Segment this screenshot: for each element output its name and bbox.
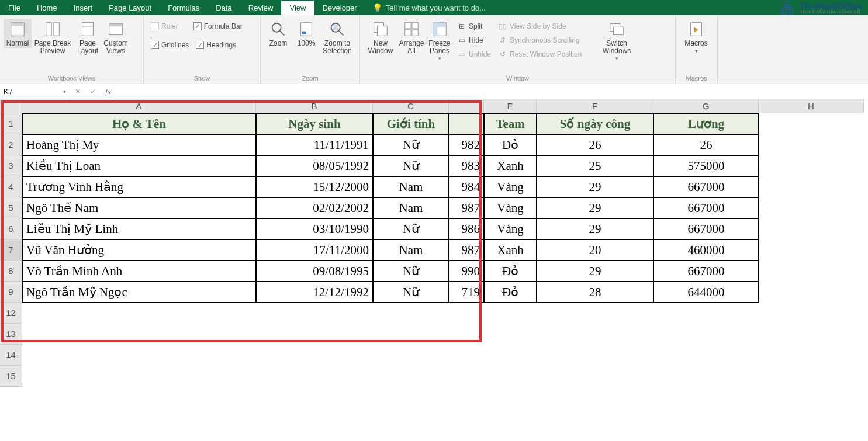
row-header-12[interactable]: 12 xyxy=(0,303,22,324)
cell[interactable]: Vàng xyxy=(484,218,537,239)
cell[interactable]: 987 xyxy=(449,197,484,218)
tab-review[interactable]: Review xyxy=(240,0,282,15)
column-header-G[interactable]: G xyxy=(653,99,759,113)
cell[interactable]: Vàng xyxy=(484,197,537,218)
cell[interactable]: Đỏ xyxy=(484,134,537,155)
formula-bar-checkbox[interactable]: ✓Formula Bar xyxy=(190,21,246,32)
cell[interactable]: 986 xyxy=(449,218,484,239)
tab-insert[interactable]: Insert xyxy=(65,0,101,15)
cell[interactable]: 983 xyxy=(449,155,484,176)
row-header-5[interactable]: 5 xyxy=(0,197,22,218)
cell[interactable]: 28 xyxy=(537,282,653,303)
cell[interactable]: Kiều Thị Loan xyxy=(22,155,256,176)
switch-windows-button[interactable]: Switch Windows ▾ xyxy=(600,19,634,62)
row-header-13[interactable]: 13 xyxy=(0,324,22,345)
cell[interactable]: Vàng xyxy=(484,176,537,197)
select-all-corner[interactable] xyxy=(0,99,22,113)
tab-file[interactable]: File xyxy=(0,0,29,15)
cell[interactable] xyxy=(449,113,484,134)
cell[interactable]: 984 xyxy=(449,176,484,197)
tab-page-layout[interactable]: Page Layout xyxy=(101,0,160,15)
hide-button[interactable]: ▭Hide xyxy=(454,35,494,46)
row-header-1[interactable]: 1 xyxy=(0,113,22,134)
cell[interactable]: 17/11/2000 xyxy=(256,239,373,261)
row-header-7[interactable]: 7 xyxy=(0,239,22,261)
cell[interactable]: Liễu Thị Mỹ Linh xyxy=(22,218,256,239)
zoom-to-selection-button[interactable]: Zoom to Selection xyxy=(320,19,354,56)
cell[interactable]: 25 xyxy=(537,155,653,176)
cell[interactable]: 09/08/1995 xyxy=(256,261,373,282)
cell[interactable]: 02/02/2002 xyxy=(256,197,373,218)
cell[interactable]: Nữ xyxy=(373,261,449,282)
tell-me[interactable]: 💡 Tell me what you want to do... xyxy=(365,0,493,15)
gridlines-checkbox[interactable]: ✓Gridlines xyxy=(147,40,192,50)
cell[interactable]: 29 xyxy=(537,261,653,282)
cell[interactable]: Hoàng Thị My xyxy=(22,134,256,155)
cell[interactable]: Nam xyxy=(373,176,449,197)
cell[interactable]: 20 xyxy=(537,239,653,261)
zoom-100-button[interactable]: 100% xyxy=(292,19,320,48)
cell[interactable]: 719 xyxy=(449,282,484,303)
tab-view[interactable]: View xyxy=(281,0,314,15)
new-window-button[interactable]: New Window xyxy=(364,19,397,56)
cell[interactable]: 12/12/1992 xyxy=(256,282,373,303)
cell[interactable]: Trương Vinh Hằng xyxy=(22,176,256,197)
column-header-A[interactable]: A xyxy=(22,99,256,113)
tab-formulas[interactable]: Formulas xyxy=(160,0,208,15)
cell[interactable]: 08/05/1992 xyxy=(256,155,373,176)
cell[interactable]: Nữ xyxy=(373,134,449,155)
custom-views-button[interactable]: Custom Views xyxy=(102,19,130,56)
cell[interactable]: 26 xyxy=(537,134,653,155)
headings-checkbox[interactable]: ✓Headings xyxy=(192,40,240,50)
tab-developer[interactable]: Developer xyxy=(314,0,365,15)
cell[interactable]: 644000 xyxy=(653,282,759,303)
cell[interactable]: Nữ xyxy=(373,218,449,239)
cell[interactable]: 667000 xyxy=(653,261,759,282)
cell[interactable]: Võ Trần Minh Anh xyxy=(22,261,256,282)
cell[interactable]: Đỏ xyxy=(484,282,537,303)
split-button[interactable]: ⊞Split xyxy=(454,21,494,32)
column-header-F[interactable]: F xyxy=(537,99,653,113)
column-header-C[interactable]: C xyxy=(373,99,449,113)
column-header-H[interactable]: H xyxy=(759,99,864,113)
cell[interactable]: 575000 xyxy=(653,155,759,176)
cell[interactable]: 667000 xyxy=(653,197,759,218)
cell[interactable]: 987 xyxy=(449,239,484,261)
cell[interactable]: 03/10/1990 xyxy=(256,218,373,239)
cell[interactable]: Lương xyxy=(653,113,759,134)
cell[interactable]: Vũ Văn Hưởng xyxy=(22,239,256,261)
cell[interactable]: Đỏ xyxy=(484,261,537,282)
tab-home[interactable]: Home xyxy=(29,0,65,15)
row-header-15[interactable]: 15 xyxy=(0,366,22,387)
zoom-button[interactable]: Zoom xyxy=(264,19,292,48)
cell[interactable]: Số ngày công xyxy=(537,113,653,134)
row-header-14[interactable]: 14 xyxy=(0,345,22,366)
cell[interactable]: 667000 xyxy=(653,218,759,239)
cell[interactable]: Nam xyxy=(373,239,449,261)
cell[interactable]: Ngô Thế Nam xyxy=(22,197,256,218)
row-header-6[interactable]: 6 xyxy=(0,218,22,239)
freeze-panes-button[interactable]: Freeze Panes ▾ xyxy=(426,19,454,62)
cell[interactable]: Giới tính xyxy=(373,113,449,134)
cell[interactable]: 982 xyxy=(449,134,484,155)
cell[interactable]: Nữ xyxy=(373,155,449,176)
fx-icon[interactable]: fx xyxy=(101,87,116,96)
arrange-all-button[interactable]: Arrange All xyxy=(397,19,426,56)
cell[interactable]: Nữ xyxy=(373,282,449,303)
cell[interactable]: 26 xyxy=(653,134,759,155)
cell[interactable]: Họ & Tên xyxy=(22,113,256,134)
cell[interactable]: Ngày sinh xyxy=(256,113,373,134)
row-header-8[interactable]: 8 xyxy=(0,261,22,282)
column-header-B[interactable]: B xyxy=(256,99,373,113)
row-header-3[interactable]: 3 xyxy=(0,155,22,176)
cell[interactable]: Ngô Trần Mỹ Ngọc xyxy=(22,282,256,303)
page-layout-view-button[interactable]: Page Layout xyxy=(74,19,102,56)
cell[interactable]: 29 xyxy=(537,176,653,197)
formula-input[interactable] xyxy=(116,84,868,99)
cell[interactable]: 667000 xyxy=(653,176,759,197)
page-break-preview-button[interactable]: Page Break Preview xyxy=(32,19,74,56)
cell[interactable]: Team xyxy=(484,113,537,134)
row-header-2[interactable]: 2 xyxy=(0,134,22,155)
cell[interactable]: 15/12/2000 xyxy=(256,176,373,197)
column-header-blank[interactable] xyxy=(449,99,484,113)
